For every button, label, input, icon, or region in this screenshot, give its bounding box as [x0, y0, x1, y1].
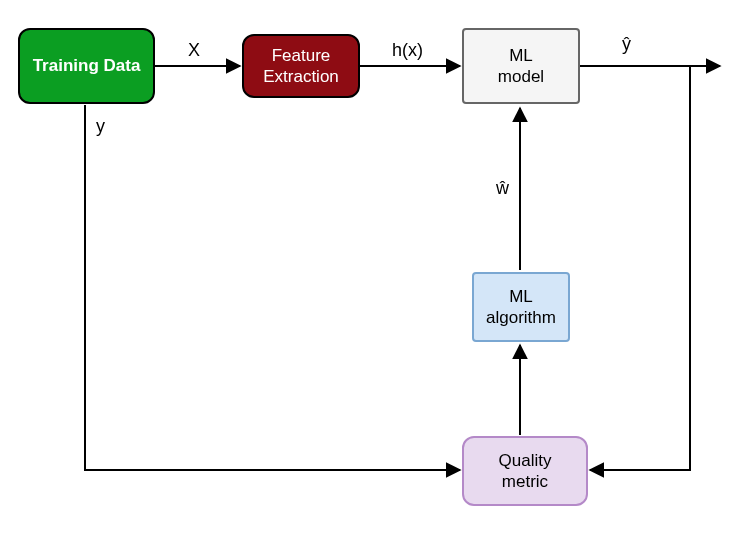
edge-label-what: ŵ [496, 178, 509, 199]
node-quality-metric-label: Quality metric [499, 450, 552, 493]
edge-label-x: X [188, 40, 200, 61]
node-ml-algorithm: ML algorithm [472, 272, 570, 342]
diagram-stage: Training Data Feature Extraction ML mode… [0, 0, 740, 542]
node-quality-metric: Quality metric [462, 436, 588, 506]
edge-label-hx: h(x) [392, 40, 423, 61]
edge-label-y: y [96, 116, 105, 137]
node-training-data: Training Data [18, 28, 155, 104]
node-feature-extraction: Feature Extraction [242, 34, 360, 98]
node-ml-model: ML model [462, 28, 580, 104]
edge-label-yhat: ŷ [622, 34, 631, 55]
node-feature-extraction-label: Feature Extraction [263, 45, 339, 88]
node-ml-algorithm-label: ML algorithm [486, 286, 556, 329]
node-ml-model-label: ML model [498, 45, 544, 88]
node-training-data-label: Training Data [33, 55, 141, 76]
